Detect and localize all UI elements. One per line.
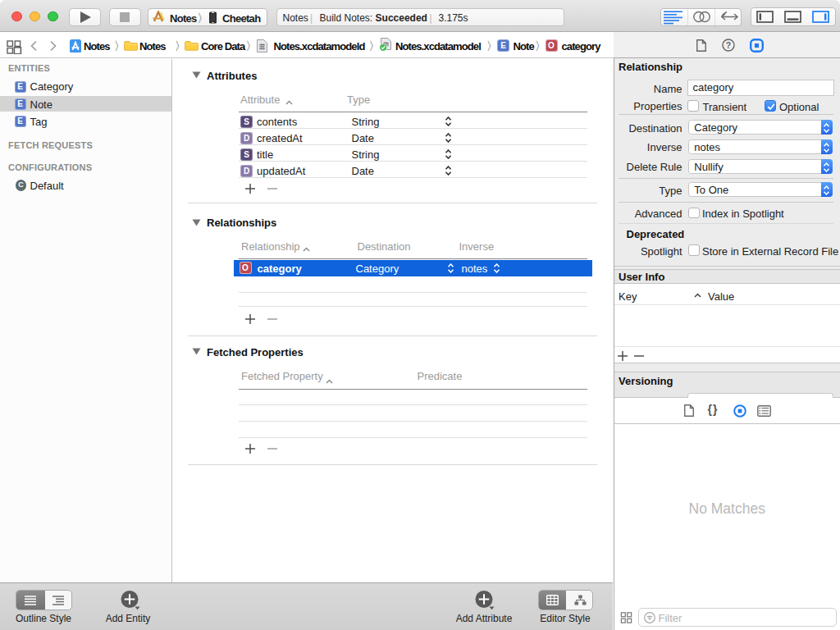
svg-text:?: ? [725, 40, 730, 50]
